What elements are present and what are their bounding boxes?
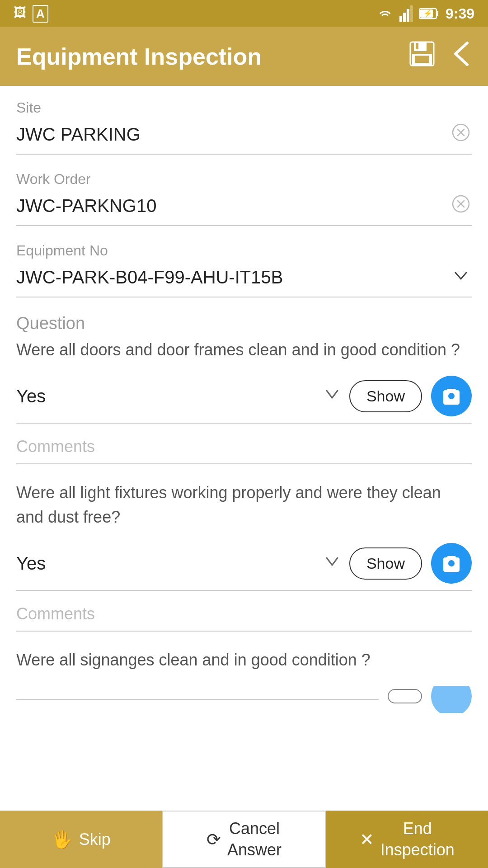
site-label: Site	[16, 99, 472, 116]
show-button-2[interactable]: Show	[349, 547, 422, 580]
equipment-no-value: JWC-PARK-B04-F99-AHU-IT15B	[16, 267, 450, 288]
end-inspection-button[interactable]: ✕ EndInspection	[326, 811, 488, 868]
clear-icon	[452, 123, 470, 142]
chevron-down-icon	[452, 266, 470, 284]
equipment-no-label: Equipment No	[16, 242, 472, 259]
question-text-1: Were all doors and door frames clean and…	[16, 338, 472, 362]
signal-icon	[399, 5, 413, 22]
save-icon	[408, 40, 436, 67]
work-order-clear-button[interactable]	[450, 193, 472, 219]
skip-button[interactable]: 🖐 Skip	[0, 811, 162, 868]
main-content: Site JWC PARKING Work Order JWC-PARKNG10	[0, 86, 488, 736]
svg-rect-3	[410, 5, 413, 22]
question-section-label: Question	[16, 314, 472, 333]
answer-value-2: Yes	[16, 553, 46, 574]
answer-row-1: Yes Show	[16, 376, 472, 424]
clear-icon	[452, 195, 470, 213]
status-bar-right-icons: ⚡ 9:39	[377, 5, 474, 22]
end-label: EndInspection	[380, 818, 455, 861]
equipment-no-dropdown-button[interactable]	[450, 264, 472, 290]
svg-text:⚡: ⚡	[423, 9, 432, 18]
equipment-no-value-row: JWC-PARK-B04-F99-AHU-IT15B	[16, 264, 472, 297]
question-item-2: Were all light fixtures working properly…	[16, 481, 472, 648]
page-title: Equipment Inspection	[16, 43, 262, 70]
battery-icon: ⚡	[419, 7, 439, 20]
font-icon: A	[33, 5, 48, 23]
status-bar-left-icons: 🖼 A	[14, 5, 48, 23]
header-actions	[408, 40, 472, 73]
show-button-1[interactable]: Show	[349, 380, 422, 412]
svg-rect-12	[415, 56, 429, 63]
answer-row-2: Yes Show	[16, 543, 472, 591]
image-icon: 🖼	[14, 5, 26, 23]
site-value: JWC PARKING	[16, 124, 450, 145]
chevron-down-icon	[324, 386, 340, 402]
question-text-2: Were all light fixtures working properly…	[16, 481, 472, 529]
save-button[interactable]	[408, 40, 436, 73]
answer-chevron-2	[324, 553, 340, 574]
equipment-no-field: Equipment No JWC-PARK-B04-F99-AHU-IT15B	[16, 242, 472, 297]
back-button[interactable]	[449, 40, 472, 73]
work-order-value: JWC-PARKNG10	[16, 196, 450, 216]
comments-input-2[interactable]	[16, 600, 472, 632]
answer-select-2[interactable]: Yes	[16, 553, 340, 574]
back-icon	[449, 40, 472, 67]
site-field: Site JWC PARKING	[16, 99, 472, 155]
app-header: Equipment Inspection	[0, 27, 488, 86]
work-order-value-row: JWC-PARKNG10	[16, 193, 472, 226]
site-value-row: JWC PARKING	[16, 122, 472, 155]
site-clear-button[interactable]	[450, 122, 472, 147]
camera-icon	[441, 552, 462, 574]
answer-chevron-1	[324, 386, 340, 406]
camera-icon	[441, 385, 462, 407]
bottom-bar: 🖐 Skip ⟳ CancelAnswer ✕ EndInspection	[0, 811, 488, 868]
wifi-icon	[377, 7, 393, 20]
skip-label: Skip	[79, 830, 111, 849]
answer-select-1[interactable]: Yes	[16, 386, 340, 406]
question-item-3: Were all signanges clean and in good con…	[16, 648, 472, 713]
camera-button-1[interactable]	[431, 376, 472, 416]
end-icon: ✕	[360, 830, 374, 849]
cancel-answer-button[interactable]: ⟳ CancelAnswer	[162, 811, 326, 868]
work-order-field: Work Order JWC-PARKNG10	[16, 171, 472, 226]
svg-rect-10	[416, 43, 418, 49]
status-bar: 🖼 A ⚡ 9:39	[0, 0, 488, 27]
cancel-label: CancelAnswer	[227, 818, 282, 861]
question-item-1: Were all doors and door frames clean and…	[16, 338, 472, 481]
status-time: 9:39	[446, 5, 474, 22]
svg-rect-5	[436, 11, 438, 16]
question-text-3: Were all signanges clean and in good con…	[16, 648, 472, 672]
svg-rect-1	[403, 13, 406, 22]
comments-input-1[interactable]	[16, 433, 472, 464]
svg-rect-2	[407, 9, 409, 22]
work-order-label: Work Order	[16, 171, 472, 188]
svg-rect-0	[399, 16, 402, 22]
chevron-down-icon	[324, 553, 340, 570]
camera-button-2[interactable]	[431, 543, 472, 584]
skip-icon: 🖐	[52, 830, 73, 849]
answer-value-1: Yes	[16, 386, 46, 406]
question-section: Question Were all doors and door frames …	[16, 314, 472, 713]
cancel-icon: ⟳	[206, 830, 221, 849]
